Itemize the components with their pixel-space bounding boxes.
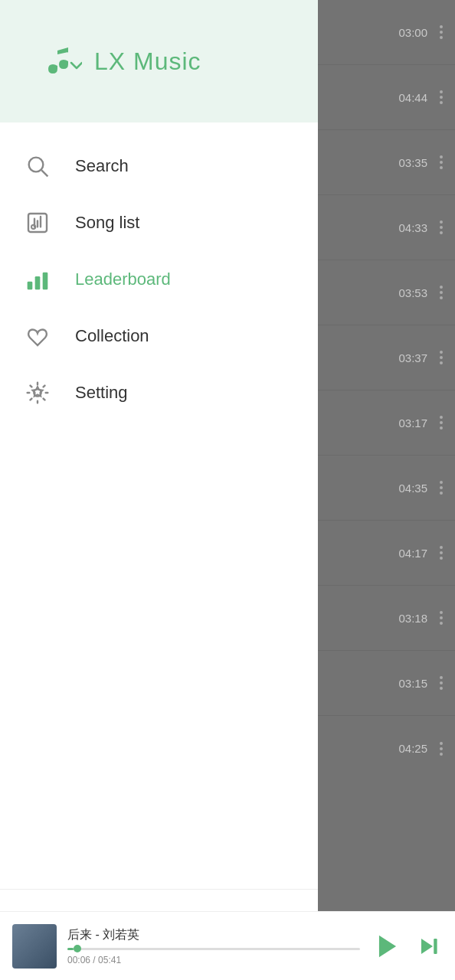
progress-bar[interactable]: [67, 948, 360, 950]
song-duration: 03:53: [398, 286, 427, 299]
song-duration: 03:00: [398, 26, 427, 39]
more-options-icon[interactable]: [437, 739, 446, 759]
leaderboard-icon: [23, 265, 52, 294]
sidebar-item-leaderboard-label: Leaderboard: [75, 270, 171, 289]
more-options-icon[interactable]: [437, 348, 446, 368]
sidebar-header: LX Music: [0, 0, 318, 122]
song-list-row: 03:53: [318, 260, 455, 325]
sidebar-item-leaderboard[interactable]: Leaderboard: [0, 251, 318, 308]
more-options-icon[interactable]: [437, 413, 446, 433]
sidebar-item-song-list-label: Song list: [75, 213, 139, 233]
player-progress-row: [67, 948, 360, 950]
sidebar-item-collection[interactable]: Collection: [0, 308, 318, 364]
play-button[interactable]: [371, 929, 404, 963]
more-options-icon[interactable]: [437, 152, 446, 172]
song-duration: 03:37: [398, 351, 427, 364]
player-song-title: 后来 - 刘若英: [67, 927, 360, 943]
song-duration: 04:33: [398, 221, 427, 234]
player-controls: [371, 929, 443, 963]
sidebar: LX Music Search Song list: [0, 0, 318, 980]
sidebar-item-song-list[interactable]: Song list: [0, 194, 318, 251]
player-thumbnail[interactable]: [12, 924, 57, 969]
song-list-row: 03:18: [318, 586, 455, 651]
song-list-row: 03:00: [318, 0, 455, 65]
song-list-row: 04:33: [318, 195, 455, 260]
song-list-row: 04:35: [318, 456, 455, 521]
player-bar: 后来 - 刘若英 00:06 / 05:41: [0, 911, 455, 980]
app-title: LX Music: [94, 47, 201, 76]
svg-point-3: [31, 225, 35, 229]
song-list-row: 04:17: [318, 521, 455, 586]
player-info: 后来 - 刘若英 00:06 / 05:41: [67, 927, 360, 965]
song-list-panel: 03:0004:4403:3504:3303:5303:3703:1704:35…: [318, 0, 455, 980]
sidebar-item-search[interactable]: Search: [0, 138, 318, 194]
more-options-icon[interactable]: [437, 543, 446, 563]
more-options-icon[interactable]: [437, 478, 446, 498]
song-duration: 03:18: [398, 612, 427, 625]
song-duration: 04:44: [398, 91, 427, 104]
song-duration: 03:15: [398, 677, 427, 690]
song-duration: 04:25: [398, 742, 427, 755]
svg-point-0: [29, 158, 44, 172]
sidebar-item-setting[interactable]: Setting: [0, 364, 318, 421]
more-options-icon[interactable]: [437, 673, 446, 693]
sidebar-item-setting-label: Setting: [75, 383, 128, 403]
skip-next-button[interactable]: [415, 933, 443, 960]
progress-fill: [67, 948, 74, 950]
progress-dot: [74, 945, 81, 952]
more-options-icon[interactable]: [437, 87, 446, 107]
more-options-icon[interactable]: [437, 22, 446, 42]
song-list-row: 03:15: [318, 651, 455, 716]
setting-icon: [23, 378, 52, 407]
app-logo-icon: [42, 41, 82, 81]
sidebar-item-collection-label: Collection: [75, 326, 149, 346]
more-options-icon[interactable]: [437, 217, 446, 237]
more-options-icon[interactable]: [437, 283, 446, 302]
song-duration: 04:35: [398, 482, 427, 495]
song-duration: 04:17: [398, 547, 427, 560]
sidebar-item-search-label: Search: [75, 156, 129, 176]
search-icon: [23, 152, 52, 181]
more-options-icon[interactable]: [437, 608, 446, 628]
svg-rect-6: [43, 273, 48, 290]
sidebar-nav: Search Song list Leaderboa: [0, 122, 318, 889]
song-list-icon: [23, 208, 52, 237]
song-duration: 03:35: [398, 156, 427, 169]
song-list-row: 04:44: [318, 65, 455, 130]
song-list-row: 04:25: [318, 716, 455, 781]
svg-marker-9: [379, 935, 396, 957]
svg-marker-8: [32, 387, 42, 397]
song-duration: 03:17: [398, 416, 427, 430]
svg-rect-11: [434, 939, 437, 954]
svg-rect-5: [35, 276, 41, 289]
collection-icon: [23, 322, 52, 351]
player-time-display: 00:06 / 05:41: [67, 955, 360, 965]
svg-line-1: [41, 170, 47, 176]
song-list-row: 03:17: [318, 390, 455, 456]
svg-rect-4: [28, 282, 33, 290]
song-list-row: 03:35: [318, 130, 455, 195]
svg-marker-10: [421, 939, 433, 954]
song-list-row: 03:37: [318, 325, 455, 390]
